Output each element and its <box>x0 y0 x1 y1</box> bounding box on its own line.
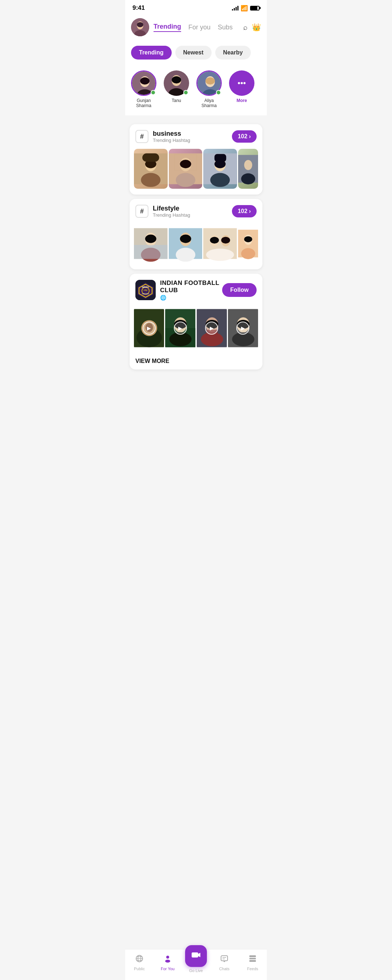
story-item[interactable]: Tanu <box>164 70 189 103</box>
svg-text:WINDY: WINDY <box>142 286 149 288</box>
more-dots-icon: ••• <box>237 78 246 88</box>
svg-point-46 <box>206 249 234 261</box>
svg-rect-30 <box>215 154 226 162</box>
hash-icon: # <box>135 130 148 143</box>
photo-thumb[interactable] <box>238 224 258 264</box>
svg-text:city: city <box>144 289 148 291</box>
hashtag-header: # business Trending Hashtag 102 › <box>129 124 263 146</box>
club-header: WINDY city RAMPAGE INDIAN FOOTBALL CLUB … <box>129 274 263 304</box>
story-name: Aliya Sharma <box>196 98 222 108</box>
story-avatar <box>131 70 156 96</box>
signal-icon <box>232 5 239 11</box>
video-grid: ▶ ▶ ▶ <box>129 304 263 353</box>
photo-thumb[interactable] <box>169 224 202 264</box>
svg-text:RAMPAGE: RAMPAGE <box>142 293 149 295</box>
svg-point-42 <box>180 234 191 243</box>
filter-bar: Trending Newest Nearby <box>125 41 267 65</box>
chevron-right-icon: › <box>249 133 251 140</box>
view-more[interactable]: VIEW MORE <box>129 353 263 369</box>
online-indicator <box>151 90 156 95</box>
count-value: 102 <box>238 208 247 215</box>
follow-button[interactable]: Follow <box>222 283 257 297</box>
online-indicator <box>216 90 221 95</box>
count-value: 102 <box>238 133 247 140</box>
crown-icon[interactable]: 👑 <box>252 23 261 32</box>
nav-tabs: Trending For you Subs <box>153 23 239 32</box>
tab-foryou[interactable]: For you <box>188 24 210 31</box>
svg-point-3 <box>137 22 143 27</box>
photo-grid <box>129 146 263 194</box>
online-indicator <box>183 90 188 95</box>
story-item[interactable]: Gunjan Sharma <box>131 70 156 108</box>
svg-point-15 <box>206 77 215 84</box>
video-thumb[interactable]: ▶ <box>165 306 195 350</box>
video-thumb[interactable]: ▶ <box>228 306 258 350</box>
svg-point-52 <box>244 236 252 242</box>
hashtag-header: # Lifestyle Trending Hashtag 102 › <box>129 199 263 221</box>
photo-thumb[interactable] <box>238 149 258 189</box>
business-hashtag-section: # business Trending Hashtag 102 › <box>129 124 263 194</box>
video-thumb[interactable]: ▶ <box>197 306 227 350</box>
hashtag-title: Lifestyle <box>153 205 232 212</box>
status-bar: 9:41 📶 <box>125 0 267 14</box>
header-icons: ⌕ 👑 <box>243 23 261 32</box>
hashtag-title: business <box>153 130 232 138</box>
svg-point-24 <box>180 160 191 168</box>
photo-thumb[interactable] <box>203 224 237 264</box>
video-thumb[interactable]: ▶ <box>134 306 164 350</box>
count-badge[interactable]: 102 › <box>232 130 257 143</box>
photo-grid <box>129 221 263 269</box>
svg-point-37 <box>145 234 156 243</box>
tab-subs[interactable]: Subs <box>218 24 233 31</box>
photo-thumb[interactable] <box>134 224 168 264</box>
story-name: Gunjan Sharma <box>131 98 156 108</box>
story-item[interactable]: Aliya Sharma <box>196 70 222 108</box>
story-avatar <box>164 70 189 96</box>
stories-section: Gunjan Sharma Tanu <box>125 65 267 115</box>
filter-newest[interactable]: Newest <box>175 46 212 59</box>
photo-thumb[interactable] <box>134 149 168 189</box>
play-button[interactable]: ▶ <box>205 321 218 335</box>
hashtag-info: Lifestyle Trending Hashtag <box>153 205 232 218</box>
club-logo: WINDY city RAMPAGE <box>135 280 156 300</box>
avatar[interactable] <box>131 18 149 36</box>
tab-trending[interactable]: Trending <box>153 23 181 32</box>
svg-point-18 <box>141 173 161 187</box>
club-info: INDIAN FOOTBALL CLUB 🌐 <box>160 280 222 301</box>
filter-trending[interactable]: Trending <box>131 46 172 59</box>
count-badge[interactable]: 102 › <box>232 205 257 217</box>
lifestyle-hashtag-section: # Lifestyle Trending Hashtag 102 › <box>129 199 263 269</box>
svg-point-11 <box>172 76 181 83</box>
club-section: WINDY city RAMPAGE INDIAN FOOTBALL CLUB … <box>129 274 263 369</box>
svg-point-28 <box>210 173 230 187</box>
story-avatar <box>196 70 222 96</box>
svg-point-51 <box>241 248 255 259</box>
svg-point-48 <box>221 237 230 244</box>
filter-nearby[interactable]: Nearby <box>215 46 251 59</box>
club-name: INDIAN FOOTBALL CLUB <box>160 280 222 294</box>
chevron-right-icon: › <box>249 208 251 215</box>
play-button[interactable]: ▶ <box>143 321 156 335</box>
play-button[interactable]: ▶ <box>236 321 249 335</box>
more-label: More <box>237 98 247 103</box>
more-button[interactable]: ••• <box>229 70 255 96</box>
svg-rect-38 <box>134 245 168 259</box>
play-button[interactable]: ▶ <box>174 321 187 335</box>
hashtag-subtitle: Trending Hashtag <box>153 138 232 143</box>
search-icon[interactable]: ⌕ <box>243 23 247 32</box>
battery-icon <box>250 6 260 11</box>
svg-point-23 <box>176 173 195 187</box>
svg-point-33 <box>241 173 255 185</box>
photo-thumb[interactable] <box>203 149 237 189</box>
photo-thumb[interactable] <box>169 149 202 189</box>
svg-point-7 <box>140 77 150 84</box>
svg-point-41 <box>176 248 195 262</box>
hashtag-subtitle: Trending Hashtag <box>153 212 232 218</box>
svg-point-32 <box>244 160 252 170</box>
story-name: Tanu <box>172 98 181 103</box>
status-icons: 📶 <box>232 5 260 12</box>
hashtag-info: business Trending Hashtag <box>153 130 232 143</box>
hash-icon: # <box>135 205 148 218</box>
story-more[interactable]: ••• More <box>229 70 255 103</box>
avatar-image <box>131 18 149 36</box>
